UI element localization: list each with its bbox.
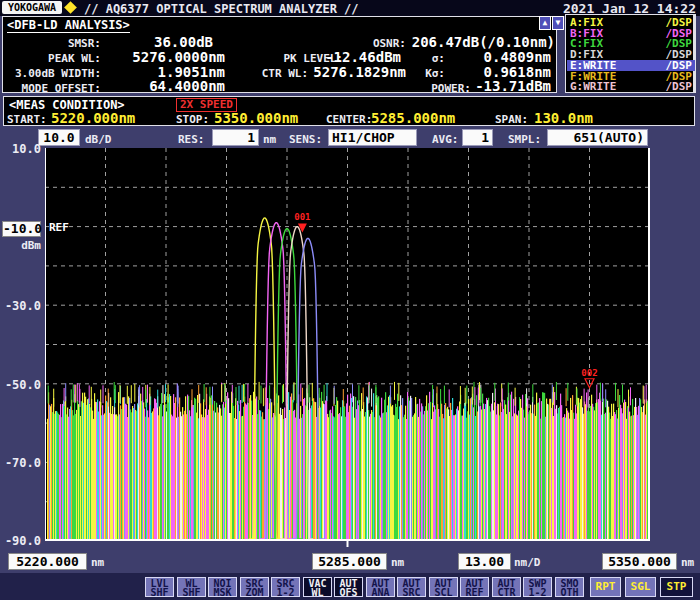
- scroll-up-icon[interactable]: ▲: [539, 16, 551, 30]
- x-per-div-unit: nm/D: [514, 556, 541, 569]
- softkey-aut-ana[interactable]: AUTANA: [366, 577, 395, 597]
- softkey-swp-1-2[interactable]: SWP1-2: [523, 577, 552, 597]
- y-axis-unit: dBm: [0, 239, 41, 252]
- x-start-field[interactable]: 5220.000: [8, 553, 87, 570]
- single-sweep-button[interactable]: SGL: [625, 577, 656, 597]
- spectrum-plot: REF001002: [45, 148, 650, 548]
- peak-wl-value: 5276.0000nm: [103, 49, 225, 65]
- level-scale-field[interactable]: 10.0: [38, 129, 80, 146]
- center-label: CENTER:: [326, 113, 372, 126]
- repeat-sweep-button[interactable]: RPT: [590, 577, 621, 597]
- trace-status: /DSP: [666, 81, 693, 92]
- y-tick-m70: -70.0: [0, 456, 41, 470]
- sens-field[interactable]: HI1/CHOP: [328, 129, 417, 146]
- trace-list: A:FIX/DSPB:FIX/DSPC:FIX/DSPD:FIX/DSPE:WR…: [565, 14, 696, 93]
- softkey-label: MSK: [209, 588, 236, 597]
- osnr-value: 206.47dB(/0.10nm): [403, 34, 555, 50]
- smpl-field[interactable]: 651(AUTO): [547, 129, 648, 146]
- pk-level-value: -12.46dBm: [303, 49, 401, 65]
- softkey-label: CTR: [493, 588, 520, 597]
- ksigma-label: Kσ:: [403, 67, 445, 80]
- marker-001-label: 001: [294, 212, 310, 222]
- trace-row-g[interactable]: G:WRITE/DSP: [567, 81, 695, 92]
- softkey-label: OTH: [556, 588, 583, 597]
- osa-screen: YOKOGAWA // AQ6377 OPTICAL SPECTRUM ANAL…: [0, 0, 700, 600]
- ctr-wl-label: CTR WL:: [241, 67, 308, 80]
- meas-condition-panel: <MEAS CONDITION> 2X SPEED START: 5220.00…: [3, 96, 695, 126]
- softkey-vac-wl[interactable]: VACWL: [303, 577, 332, 597]
- softkey-smo-oth[interactable]: SMOOTH: [555, 577, 584, 597]
- res-label: RES:: [178, 133, 205, 146]
- softkey-aut-scl[interactable]: AUTSCL: [429, 577, 458, 597]
- softkey-aut-ofs[interactable]: AUTOFS: [334, 577, 363, 597]
- smpl-label: SMPL:: [508, 133, 541, 146]
- softkey-lvl-shf[interactable]: LVLSHF: [145, 577, 174, 597]
- x-center-unit: nm: [391, 556, 404, 569]
- level-scale-unit: dB/D: [85, 133, 112, 146]
- y-tick-10: 10.0: [0, 142, 41, 156]
- x-start-unit: nm: [91, 556, 104, 569]
- softkey-label: OFS: [335, 588, 362, 597]
- marker-002-label: 002: [581, 368, 597, 378]
- softkey-label: ANA: [367, 588, 394, 597]
- avg-label: AVG:: [432, 133, 459, 146]
- analysis-panel: <DFB-LD ANALYSIS> SMSR: 36.00dB OSNR: 20…: [2, 16, 557, 93]
- softkey-aut-ctr[interactable]: AUTCTR: [492, 577, 521, 597]
- softkey-label: REF: [461, 588, 488, 597]
- ref-level-field[interactable]: -10.0: [2, 221, 41, 237]
- stop-label: STOP:: [176, 113, 209, 126]
- width-3db-label: 3.00dB WIDTH:: [3, 67, 101, 80]
- stop-sweep-button[interactable]: STP: [660, 577, 693, 597]
- ref-line-label: REF: [49, 221, 69, 234]
- page-title: // AQ6377 OPTICAL SPECTRUM ANALYZER //: [84, 2, 359, 16]
- yokogawa-diamond-icon: [64, 1, 77, 14]
- softkey-noi-msk[interactable]: NOIMSK: [208, 577, 237, 597]
- scroll-down-icon[interactable]: ▼: [552, 16, 564, 30]
- power-value: -13.71dBm: [451, 78, 551, 94]
- x-stop-field[interactable]: 5350.000: [602, 553, 677, 570]
- sigma-label: σ:: [403, 52, 445, 65]
- center-value[interactable]: 5285.000nm: [371, 110, 455, 126]
- softkey-label: 1-2: [524, 588, 551, 597]
- softkey-aut-ref[interactable]: AUTREF: [460, 577, 489, 597]
- softkey-wl-shf[interactable]: WLSHF: [177, 577, 206, 597]
- mode-offset-value: 64.4000nm: [103, 78, 225, 94]
- analysis-heading: <DFB-LD ANALYSIS>: [7, 18, 130, 33]
- start-value[interactable]: 5220.000nm: [51, 110, 135, 126]
- smsr-label: SMSR:: [3, 37, 101, 50]
- start-label: START:: [7, 113, 47, 126]
- y-tick-m90: -90.0: [0, 534, 41, 548]
- x-center-field[interactable]: 5285.000: [312, 553, 387, 570]
- res-unit: nm: [263, 133, 276, 146]
- softkey-src-zom[interactable]: SRCZOM: [240, 577, 269, 597]
- softkey-label: ZOM: [241, 588, 268, 597]
- softkey-label: SHF: [178, 588, 205, 597]
- softkey-label: SHF: [146, 588, 173, 597]
- y-tick-m30: -30.0: [0, 299, 41, 313]
- mode-offset-label: MODE OFFSET:: [3, 82, 101, 95]
- softkey-label: WL: [304, 588, 331, 597]
- sigma-value: 0.4809nm: [445, 49, 551, 65]
- softkey-label: 1-2: [272, 588, 299, 597]
- x-stop-unit: nm: [681, 556, 694, 569]
- sens-label: SENS:: [289, 133, 322, 146]
- x-per-div-field[interactable]: 13.00: [458, 553, 511, 570]
- softkey-label: SRC: [398, 588, 425, 597]
- peak-wl-label: PEAK WL:: [3, 52, 101, 65]
- softkey-src-1-2[interactable]: SRC1-2: [271, 577, 300, 597]
- yokogawa-logo: YOKOGAWA: [2, 1, 62, 14]
- smsr-value: 36.00dB: [103, 34, 213, 50]
- ctr-wl-value: 5276.1829nm: [306, 64, 406, 80]
- y-tick-m50: -50.0: [0, 378, 41, 392]
- span-value[interactable]: 130.0nm: [534, 110, 593, 126]
- softkey-bar: RPT SGL STP LVLSHFWLSHFNOIMSKSRCZOMSRC1-…: [0, 573, 700, 600]
- softkey-label: SCL: [430, 588, 457, 597]
- softkey-aut-src[interactable]: AUTSRC: [397, 577, 426, 597]
- res-field[interactable]: 1: [212, 129, 259, 146]
- stop-value[interactable]: 5350.000nm: [214, 110, 298, 126]
- span-label: SPAN:: [495, 113, 528, 126]
- avg-field[interactable]: 1: [462, 129, 493, 146]
- trace-name: G:WRITE: [570, 81, 616, 92]
